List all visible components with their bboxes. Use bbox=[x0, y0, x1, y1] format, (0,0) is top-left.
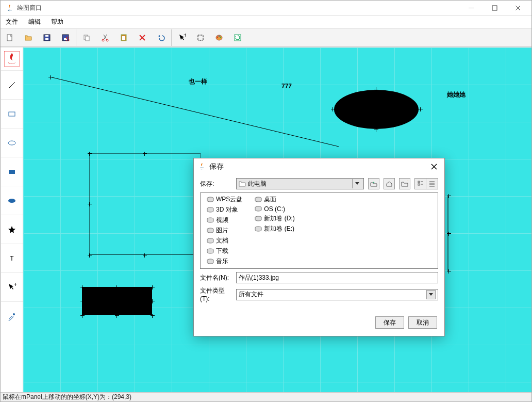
file-item[interactable]: 下载 bbox=[207, 247, 242, 255]
svg-point-29 bbox=[8, 141, 15, 145]
shape-handle[interactable] bbox=[331, 107, 335, 111]
location-dropdown[interactable]: 此电脑 bbox=[236, 178, 364, 189]
disk-icon bbox=[207, 197, 214, 203]
line-tool[interactable] bbox=[1, 70, 23, 99]
shape-handle[interactable] bbox=[80, 299, 85, 303]
rectangle-tool[interactable] bbox=[1, 99, 23, 128]
filled-ellipse-tool[interactable] bbox=[1, 186, 23, 215]
file-item[interactable]: 桌面 bbox=[255, 195, 294, 204]
canvas-text-c[interactable]: 她她她 bbox=[447, 90, 466, 99]
java-icon bbox=[198, 163, 206, 171]
shape-handle[interactable] bbox=[374, 87, 378, 91]
svg-rect-20 bbox=[198, 35, 203, 40]
shape-handle[interactable] bbox=[48, 75, 53, 79]
list-view-button[interactable] bbox=[415, 179, 426, 189]
cut-button[interactable] bbox=[96, 29, 114, 46]
shape-handle[interactable] bbox=[115, 314, 119, 318]
rect-shape[interactable] bbox=[89, 153, 201, 256]
save-button[interactable] bbox=[38, 29, 56, 46]
file-item[interactable]: OS (C:) bbox=[255, 205, 294, 213]
filled-rect-tool[interactable] bbox=[1, 157, 23, 186]
move-tool[interactable]: + bbox=[1, 272, 23, 301]
refresh-button[interactable] bbox=[228, 29, 247, 46]
shape-handle[interactable] bbox=[374, 128, 378, 132]
minimize-button[interactable] bbox=[460, 1, 483, 15]
file-item[interactable]: 音乐 bbox=[207, 257, 242, 266]
file-listing[interactable]: WPS云盘 3D 对象 视频 图片 文档 下载 音乐 桌面 OS (C:) 新加… bbox=[200, 192, 438, 269]
file-item[interactable]: 视频 bbox=[207, 216, 242, 224]
open-button[interactable] bbox=[19, 29, 38, 46]
filename-input[interactable] bbox=[236, 272, 438, 283]
star-tool[interactable] bbox=[1, 215, 23, 244]
shape-handle[interactable] bbox=[151, 299, 155, 303]
select-tool-button[interactable]: + bbox=[173, 29, 191, 46]
filetype-dropdown[interactable]: 所有文件 bbox=[236, 289, 438, 300]
shape-handle[interactable] bbox=[143, 152, 147, 156]
shape-handle[interactable] bbox=[419, 107, 423, 111]
save-as-button[interactable]: S bbox=[56, 29, 75, 46]
shape-handle[interactable] bbox=[88, 152, 92, 156]
new-button[interactable] bbox=[1, 29, 19, 46]
pdf-icon[interactable] bbox=[4, 51, 20, 67]
line-shape[interactable] bbox=[50, 77, 339, 149]
svg-rect-43 bbox=[418, 181, 420, 183]
delete-button[interactable] bbox=[133, 29, 152, 46]
new-folder-button[interactable]: ★ bbox=[399, 178, 410, 189]
shape-handle[interactable] bbox=[80, 314, 85, 318]
shape-handle[interactable] bbox=[88, 202, 92, 206]
ellipse-shape[interactable] bbox=[332, 89, 420, 130]
file-item[interactable]: 新加卷 (D:) bbox=[255, 214, 294, 223]
svg-point-34 bbox=[13, 313, 15, 315]
filled-rect-shape[interactable] bbox=[82, 287, 152, 316]
file-item[interactable]: 文档 bbox=[207, 236, 242, 245]
paint-tool-button[interactable] bbox=[210, 29, 228, 46]
java-icon bbox=[6, 4, 14, 12]
svg-line-27 bbox=[9, 82, 15, 88]
dialog-cancel-button[interactable]: 取消 bbox=[408, 316, 437, 329]
file-item[interactable]: 新加卷 (E:) bbox=[255, 224, 294, 233]
disk-icon bbox=[255, 216, 262, 222]
close-button[interactable] bbox=[506, 1, 529, 15]
shape-handle[interactable] bbox=[88, 253, 92, 258]
dialog-save-button[interactable]: 保存 bbox=[375, 316, 404, 329]
paste-button[interactable] bbox=[114, 29, 133, 46]
copy-button[interactable] bbox=[77, 29, 96, 46]
shape-handle[interactable] bbox=[151, 314, 155, 318]
undo-button[interactable] bbox=[152, 29, 170, 46]
chevron-down-icon bbox=[352, 179, 361, 188]
home-button[interactable] bbox=[384, 178, 395, 189]
maximize-button[interactable] bbox=[483, 1, 506, 15]
shape-handle[interactable] bbox=[143, 253, 147, 258]
menu-help[interactable]: 帮助 bbox=[46, 16, 69, 28]
svg-text:T: T bbox=[10, 255, 14, 262]
canvas-text-b[interactable]: 777 bbox=[281, 83, 292, 90]
text-tool[interactable]: T bbox=[1, 244, 23, 272]
disk-icon bbox=[255, 206, 262, 212]
menu-edit[interactable]: 编辑 bbox=[23, 16, 46, 28]
file-item[interactable]: WPS云盘 bbox=[207, 195, 242, 204]
marquee-tool-button[interactable] bbox=[191, 29, 210, 46]
details-view-button[interactable] bbox=[426, 179, 438, 189]
svg-rect-6 bbox=[45, 38, 48, 40]
canvas-text-a[interactable]: 也一样 bbox=[189, 77, 207, 86]
toolbar: S + bbox=[1, 28, 531, 47]
dialog-close-button[interactable] bbox=[428, 160, 440, 173]
sidebar: T + bbox=[1, 47, 23, 392]
disk-icon bbox=[207, 207, 214, 213]
svg-point-24 bbox=[220, 36, 221, 37]
svg-rect-30 bbox=[9, 170, 15, 174]
eyedropper-tool[interactable] bbox=[1, 301, 23, 330]
svg-point-13 bbox=[102, 39, 104, 41]
ellipse-tool[interactable] bbox=[1, 128, 23, 157]
disk-icon bbox=[207, 217, 214, 223]
file-item[interactable]: 图片 bbox=[207, 226, 242, 235]
up-folder-button[interactable] bbox=[368, 178, 379, 189]
menu-file[interactable]: 文件 bbox=[1, 16, 23, 28]
rect-edge[interactable] bbox=[446, 196, 450, 271]
shape-handle[interactable] bbox=[80, 285, 85, 290]
chevron-down-icon bbox=[426, 290, 436, 299]
shape-handle[interactable] bbox=[151, 285, 155, 290]
shape-handle[interactable] bbox=[115, 285, 119, 290]
file-item[interactable]: 3D 对象 bbox=[207, 205, 242, 214]
svg-rect-4 bbox=[7, 35, 12, 41]
